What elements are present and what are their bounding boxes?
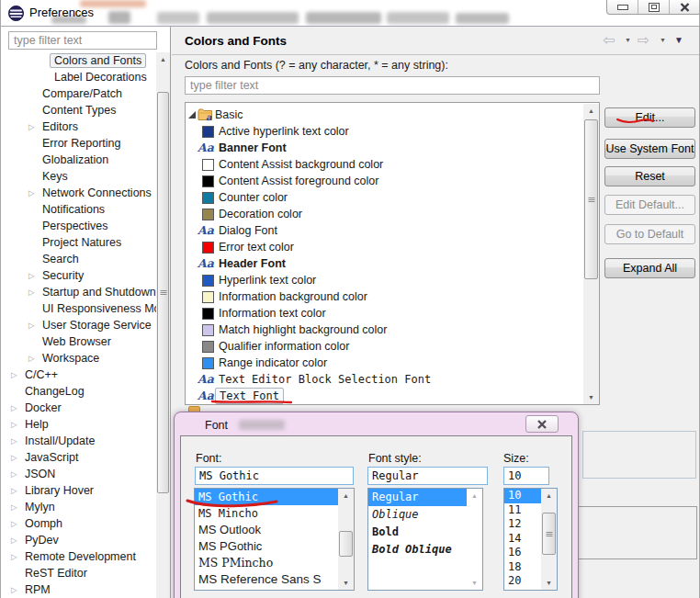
tree-item-information-background-color[interactable]: Information background color [186,288,581,305]
font-style-input[interactable] [367,467,488,485]
colors-fonts-filter-input[interactable] [185,76,600,95]
sidebar-item-mylyn[interactable]: ▷Mylyn [1,499,156,515]
tree-item-header-font[interactable]: AaHeader Font [186,255,581,272]
forward-arrow-icon[interactable]: ⇨ [638,31,649,49]
sidebar-item-user-storage-service[interactable]: ▷User Storage Service [1,317,156,333]
sidebar-item-rpm[interactable]: ▷RPM [1,581,156,598]
tree-item-decoration-color[interactable]: Decoration color [186,206,581,222]
scroll-down-icon[interactable]: ▼ [541,576,557,590]
tree-item-qualifier-information-color[interactable]: Qualifier information color [186,338,581,355]
tree-item-error-text-color[interactable]: Error text color [186,239,581,255]
sidebar-item-perspectives[interactable]: Perspectives [1,218,156,234]
expand-arrow-icon[interactable]: ▷ [28,267,35,284]
sidebar-item-keys[interactable]: Keys [1,168,156,185]
sidebar-item-rest-editor[interactable]: ReST Editor [1,565,156,581]
font-option-ms-gothic[interactable]: MS Gothic [195,489,338,505]
sidebar-item-globalization[interactable]: Globalization [1,152,156,168]
font-option-ms-outlook[interactable]: MS Outlook [195,522,338,538]
size-option-11[interactable]: 11 [504,503,541,518]
expand-arrow-icon[interactable]: ▷ [11,515,17,532]
collapse-arrow-icon[interactable] [188,111,196,118]
tree-item-hyperlink-text-color[interactable]: Hyperlink text color [186,272,581,288]
dialog-close-button[interactable] [525,415,559,433]
scrollbar-thumb[interactable] [542,513,556,555]
style-list-scrollbar[interactable]: ▲ ▼ [467,489,482,590]
font-option-ms-pmincho[interactable]: MS PMincho [195,555,338,571]
expand-arrow-icon[interactable]: ▷ [11,433,17,449]
style-option-bold-oblique[interactable]: Bold Oblique [368,541,467,559]
tree-item-dialog-font[interactable]: AaDialog Font [186,222,581,239]
size-option-18[interactable]: 18 [504,560,541,575]
sidebar-item-search[interactable]: Search [1,251,156,267]
scrollbar-thumb[interactable] [339,531,353,557]
sidebar-item-content-types[interactable]: Content Types [1,102,156,118]
sidebar-item-error-reporting[interactable]: Error Reporting [1,135,156,152]
sidebar-item-pydev[interactable]: ▷PyDev [1,532,156,548]
tree-item-text-font[interactable]: AaText Font [186,388,581,404]
sidebar-item-workspace[interactable]: ▷Workspace [1,350,156,367]
scrollbar-thumb[interactable] [584,119,598,279]
tree-item-basic[interactable]: aBasic [186,107,581,123]
sidebar-item-editors[interactable]: ▷Editors [1,118,156,135]
sidebar-item-javascript[interactable]: ▷JavaScript [1,449,156,466]
expand-arrow-icon[interactable]: ▷ [28,350,35,367]
tree-item-banner-font[interactable]: AaBanner Font [186,140,581,156]
font-list-scrollbar[interactable]: ▲ ▼ [338,489,354,590]
sidebar-item-oomph[interactable]: ▷Oomph [1,515,156,532]
sidebar-item-network-connections[interactable]: ▷Network Connections [1,185,156,201]
style-option-oblique[interactable]: Oblique [368,506,467,524]
font-option-ms-reference-sans-s[interactable]: MS Reference Sans S [195,571,338,588]
sidebar-item-project-natures[interactable]: Project Natures [1,234,156,251]
expand-all-button[interactable]: Expand All [604,258,695,278]
expand-arrow-icon[interactable]: ▷ [11,532,17,548]
sidebar-item-compare-patch[interactable]: Compare/Patch [1,85,156,102]
sidebar-item-remote-development[interactable]: ▷Remote Development [1,548,156,565]
size-list-scrollbar[interactable]: ▲ ▼ [541,489,557,590]
sidebar-item-docker[interactable]: ▷Docker [1,400,156,416]
tree-item-text-editor-block-selection-font[interactable]: AaText Editor Block Selection Font [186,371,581,388]
close-button[interactable] [670,0,700,14]
edit-button[interactable]: Edit... [604,107,695,128]
scroll-down-icon[interactable]: ▼ [583,390,599,404]
expand-arrow-icon[interactable]: ▷ [11,482,17,499]
sidebar-item-library-hover[interactable]: ▷Library Hover [1,482,156,499]
back-dropdown-icon[interactable]: ▼ [625,37,631,43]
size-option-10[interactable]: 10 [504,489,541,503]
scrollbar-thumb[interactable] [157,92,169,493]
sidebar-item-json[interactable]: ▷JSON [1,466,156,482]
maximize-button[interactable] [638,0,670,14]
sidebar-item-changelog[interactable]: ChangeLog [1,383,156,400]
expand-arrow-icon[interactable]: ▷ [28,284,35,300]
sidebar-item-c-c-[interactable]: ▷C/C++ [1,367,156,383]
expand-arrow-icon[interactable]: ▷ [28,118,35,135]
sidebar-filter-input[interactable] [8,31,157,50]
sidebar-item-help[interactable]: ▷Help [1,416,156,433]
expand-arrow-icon[interactable]: ▷ [11,466,17,482]
sidebar-scrollbar[interactable]: ▲ [156,52,170,598]
expand-arrow-icon[interactable]: ▷ [11,581,17,598]
sidebar-item-notifications[interactable]: Notifications [1,201,156,218]
scroll-up-icon[interactable]: ▲ [338,489,354,502]
expand-arrow-icon[interactable]: ▷ [11,499,17,515]
tree-scrollbar[interactable]: ▲ ▼ [583,104,599,404]
tree-item-range-indicator-color[interactable]: Range indicator color [186,355,581,371]
font-option-ms-pgothic[interactable]: MS PGothic [195,538,338,555]
expand-arrow-icon[interactable]: ▷ [11,416,17,433]
minimize-button[interactable] [607,0,638,14]
size-option-14[interactable]: 14 [504,532,541,547]
sidebar-item-web-browser[interactable]: Web Browser [1,333,156,350]
view-menu-icon[interactable]: ▼ [674,35,683,45]
font-size-input[interactable] [503,467,549,485]
style-option-regular[interactable]: Regular [368,489,467,506]
sidebar-item-ui-responsiveness-monitoring[interactable]: UI Responsiveness Monitoring [1,300,156,317]
tree-item-match-highlight-background-color[interactable]: Match highlight background color [186,322,581,338]
expand-arrow-icon[interactable]: ▷ [11,449,17,466]
sidebar-item-install-update[interactable]: ▷Install/Update [1,433,156,449]
style-option-bold[interactable]: Bold [368,524,467,541]
forward-dropdown-icon[interactable]: ▼ [660,37,666,43]
reset-button[interactable]: Reset [604,166,695,186]
scroll-up-icon[interactable]: ▲ [583,104,599,118]
tree-item-active-hyperlink-text-color[interactable]: Active hyperlink text color [186,123,581,140]
expand-arrow-icon[interactable]: ▷ [11,400,17,416]
size-option-20[interactable]: 20 [504,574,541,589]
